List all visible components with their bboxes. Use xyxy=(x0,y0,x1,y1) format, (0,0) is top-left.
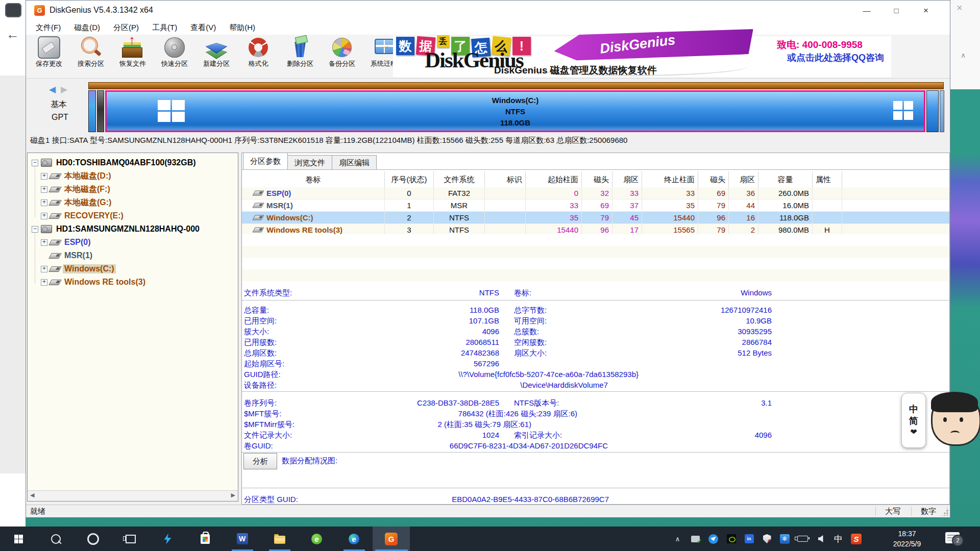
toolbar-button[interactable]: 恢复文件 xyxy=(112,35,154,78)
browser-tab-icon[interactable] xyxy=(5,3,21,17)
expander-icon[interactable] xyxy=(41,173,47,180)
tree-item[interactable]: 本地磁盘(F:) xyxy=(28,183,238,196)
tree-horizontal-scrollbar[interactable]: ◀ ▶ xyxy=(28,490,238,501)
ime-indicator[interactable]: 中 xyxy=(829,527,847,551)
scroll-right-icon[interactable]: ▶ xyxy=(231,492,235,498)
taskbar-flash[interactable] xyxy=(149,527,186,551)
ime-toolbar[interactable]: 中 简 ❤ xyxy=(901,393,926,448)
toolbar-button[interactable]: 删除分区 xyxy=(279,35,321,78)
menu-item[interactable]: 工具(T) xyxy=(145,23,184,33)
prev-disk-arrow-icon[interactable]: ◀ xyxy=(49,84,56,95)
printer-icon[interactable]: ✔ xyxy=(687,527,704,551)
task-view-button[interactable] xyxy=(112,527,149,551)
close-button[interactable]: × xyxy=(911,1,941,21)
disk-bar-esp-segment[interactable] xyxy=(88,90,96,132)
expander-icon[interactable] xyxy=(32,226,38,233)
taskbar-search[interactable] xyxy=(37,527,75,551)
security-shield-icon[interactable]: × xyxy=(758,527,776,551)
menu-item[interactable]: 磁盘(D) xyxy=(67,23,107,33)
column-header[interactable]: 属性 xyxy=(813,171,842,187)
disk-bar-msr-segment[interactable] xyxy=(97,90,104,132)
expander-icon[interactable] xyxy=(41,186,47,193)
tree-item[interactable]: 本地磁盘(G:) xyxy=(28,196,238,209)
menu-item[interactable]: 帮助(H) xyxy=(223,23,262,33)
table-row[interactable]: Windows(C:) 2 NTFS 35 79 45 15440 96 16 … xyxy=(242,212,949,224)
disk-bar-re-segment[interactable] xyxy=(926,90,939,132)
banner-qq-link[interactable]: 或点击此处选择QQ咨询 xyxy=(787,52,884,64)
column-header[interactable]: 容量 xyxy=(758,171,813,187)
taskbar-file-explorer[interactable] xyxy=(261,527,298,551)
minimize-button[interactable]: — xyxy=(852,1,881,21)
expander-icon[interactable] xyxy=(41,213,47,219)
maximize-button[interactable]: □ xyxy=(881,1,911,21)
toolbar-button[interactable]: 快速分区 xyxy=(154,35,195,78)
expander-icon[interactable] xyxy=(32,160,38,166)
expander-icon[interactable] xyxy=(41,199,47,206)
tree-item[interactable]: HD0:TOSHIBAMQ04ABF100(932GB) xyxy=(28,156,238,169)
column-header[interactable]: 起始柱面 xyxy=(526,171,582,187)
expander-icon[interactable] xyxy=(41,266,47,272)
tree-item[interactable]: 本地磁盘(D:) xyxy=(28,169,238,183)
taskbar-cortana[interactable] xyxy=(75,527,112,551)
heart-icon[interactable]: ❤ xyxy=(910,428,917,436)
tree-item[interactable]: Windows RE tools(3) xyxy=(28,276,238,289)
battery-icon[interactable] xyxy=(794,527,812,551)
taskbar-clock[interactable]: 18:37 2022/5/9 xyxy=(885,529,929,549)
taskbar-edge[interactable]: e xyxy=(335,527,373,551)
menu-item[interactable]: 文件(F) xyxy=(29,23,67,33)
intel-icon[interactable]: in xyxy=(740,527,758,551)
expander-icon[interactable] xyxy=(41,239,47,246)
toolbar-button[interactable]: 格式化 xyxy=(237,35,279,78)
table-row[interactable]: ESP(0) 0 FAT32 0 32 33 33 69 36 260.0MB xyxy=(242,187,949,199)
toolbar-button[interactable]: 搜索分区 xyxy=(70,35,112,78)
resize-grip[interactable] xyxy=(942,510,948,516)
promo-banner[interactable]: 数据丢了怎么! DiskGenius DiskGenius 磁盘管理及数据恢复软… xyxy=(393,36,891,77)
taskbar-diskgenius[interactable]: G xyxy=(373,527,410,551)
column-header[interactable]: 卷标 xyxy=(242,171,385,187)
column-header[interactable]: 磁头 xyxy=(582,171,612,187)
ime-simplified-label[interactable]: 简 xyxy=(909,416,918,425)
tree-item[interactable]: MSR(1) xyxy=(28,249,238,262)
back-arrow-icon[interactable]: ← xyxy=(6,27,19,42)
menu-item[interactable]: 分区(P) xyxy=(107,23,145,33)
taskbar-store[interactable] xyxy=(186,527,224,551)
snowflake-icon[interactable]: ❄ xyxy=(776,527,794,551)
start-button[interactable] xyxy=(0,527,37,551)
column-header[interactable]: 扇区 xyxy=(612,171,642,187)
table-row[interactable]: MSR(1) 1 MSR 33 69 37 35 79 44 16.0MB xyxy=(242,199,949,212)
scroll-left-icon[interactable]: ◀ xyxy=(30,492,34,498)
tab[interactable]: 分区参数 xyxy=(243,153,288,169)
ime-mode-label[interactable]: 中 xyxy=(909,405,918,414)
detail-row: 文件记录大小: 1024 索引记录大小: 4096 xyxy=(242,431,949,441)
column-header[interactable]: 磁头 xyxy=(698,171,729,187)
taskbar-word[interactable]: W xyxy=(224,527,261,551)
menu-item[interactable]: 查看(V) xyxy=(184,23,223,33)
background-close-icon[interactable]: × xyxy=(957,2,963,14)
tree-item[interactable]: RECOVERY(E:) xyxy=(28,209,238,222)
disk-bar-windows-segment[interactable]: Windows(C:) NTFS 118.0GB xyxy=(105,90,925,132)
nvidia-icon[interactable] xyxy=(722,527,740,551)
messenger-icon[interactable] xyxy=(704,527,722,551)
tray-expand[interactable]: ∧ xyxy=(669,527,687,551)
toolbar-button[interactable]: 新建分区 xyxy=(195,35,237,78)
toolbar-button[interactable]: 备份分区 xyxy=(321,35,363,78)
column-header[interactable]: 文件系统 xyxy=(434,171,485,187)
column-header[interactable]: 序号(状态) xyxy=(385,171,434,187)
column-header[interactable]: 扇区 xyxy=(729,171,758,187)
action-center-icon[interactable]: 2 xyxy=(945,532,960,543)
taskbar-ie-browser[interactable]: e xyxy=(298,527,335,551)
analyze-button[interactable]: 分析 xyxy=(243,453,277,469)
next-disk-arrow-icon[interactable]: ▶ xyxy=(61,84,67,95)
expander-icon[interactable] xyxy=(41,279,47,286)
scroll-up-icon[interactable]: ∧ xyxy=(961,51,966,59)
volume-icon[interactable] xyxy=(812,527,829,551)
tab[interactable]: 浏览文件 xyxy=(287,155,332,169)
tab[interactable]: 扇区编辑 xyxy=(332,155,377,169)
column-header[interactable]: 标识 xyxy=(485,171,526,187)
tree-item[interactable]: HD1:SAMSUNGMZNLN128HAHQ-000 xyxy=(28,222,238,236)
column-header[interactable]: 终止柱面 xyxy=(642,171,698,187)
tree-item[interactable]: Windows(C:) xyxy=(28,262,238,276)
sogou-icon[interactable]: S xyxy=(847,527,865,551)
tree-item[interactable]: ESP(0) xyxy=(28,236,238,249)
toolbar-button[interactable]: 保存更改 xyxy=(28,35,70,78)
